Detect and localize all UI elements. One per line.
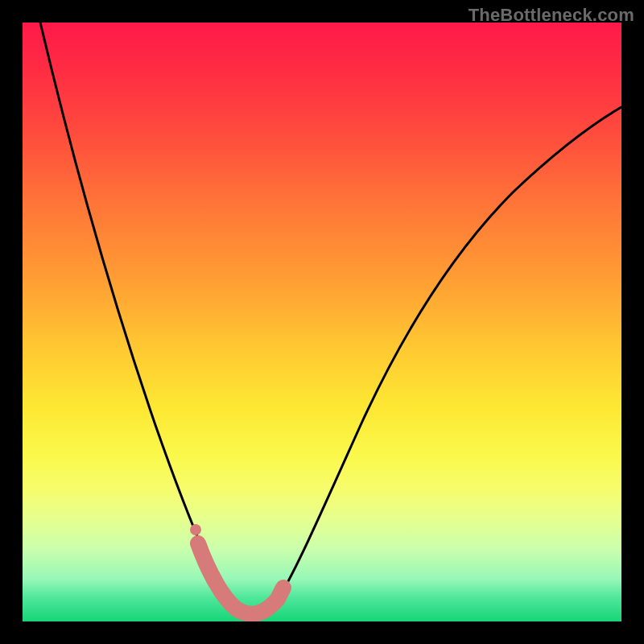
plot-area bbox=[23, 23, 621, 621]
bottleneck-curve bbox=[40, 23, 621, 617]
optimal-marker-band bbox=[198, 543, 283, 614]
watermark-text: TheBottleneck.com bbox=[469, 5, 634, 26]
bottleneck-chart bbox=[23, 23, 621, 621]
chart-frame: TheBottleneck.com bbox=[0, 0, 644, 644]
marker-dot-icon bbox=[190, 524, 201, 535]
